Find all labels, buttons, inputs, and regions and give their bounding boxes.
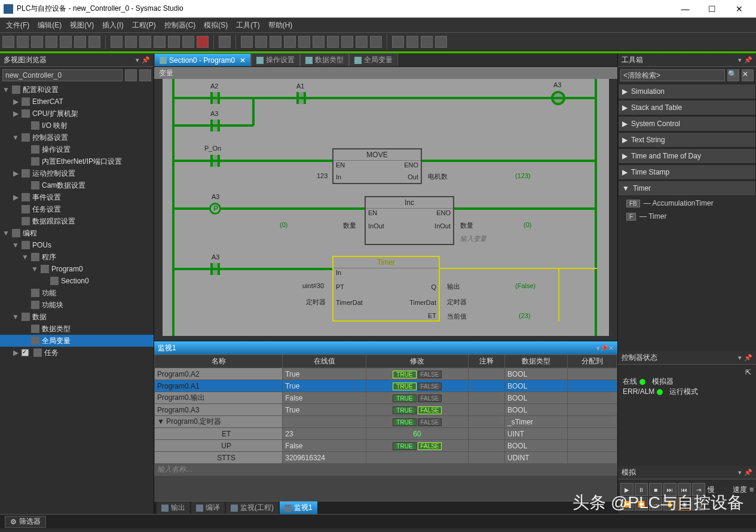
tool-icon[interactable] bbox=[284, 36, 296, 48]
pin-icon[interactable]: 📌 bbox=[744, 56, 752, 64]
tree-item[interactable]: 数据跟踪设置 bbox=[0, 215, 154, 227]
tree-item[interactable]: ▼控制器设置 bbox=[0, 132, 154, 143]
menu-item[interactable]: 文件(F) bbox=[2, 19, 33, 32]
stop-icon[interactable]: ■ bbox=[649, 483, 662, 496]
watch-table[interactable]: 名称在线值修改注释数据类型分配到Program0.A2TrueTRUEFALSE… bbox=[154, 354, 617, 476]
sim-btn[interactable]: ✋ bbox=[663, 497, 677, 510]
tool-icon[interactable] bbox=[241, 36, 253, 48]
tool-icon[interactable] bbox=[298, 36, 310, 48]
filter-button[interactable]: ⚙筛选器 bbox=[5, 516, 46, 528]
search-icon[interactable] bbox=[182, 36, 194, 48]
contact-a1[interactable] bbox=[296, 92, 306, 104]
pin-icon[interactable]: 📌 bbox=[744, 469, 752, 476]
toolbox-search[interactable] bbox=[620, 69, 725, 81]
undo-icon[interactable] bbox=[60, 36, 72, 48]
toolbox-category[interactable]: ▶Simulation bbox=[618, 84, 756, 99]
editor-tab[interactable]: Section0 - Program0✕ bbox=[154, 53, 251, 66]
sim-btn[interactable]: ◉ bbox=[678, 497, 691, 510]
watch-row[interactable]: UPFalseTRUEFALSEBOOL bbox=[155, 440, 617, 452]
dropdown-icon[interactable]: ▾ bbox=[738, 469, 742, 476]
menu-item[interactable]: 工程(P) bbox=[128, 19, 160, 32]
tree-item[interactable]: 任务设置 bbox=[0, 203, 154, 215]
close-icon[interactable]: ✕ bbox=[608, 344, 614, 352]
tool-icon[interactable] bbox=[154, 36, 166, 48]
toolbox-item[interactable]: F — Timer bbox=[618, 210, 756, 223]
menu-item[interactable]: 工具(T) bbox=[232, 19, 263, 32]
zoom-fit-icon[interactable] bbox=[392, 36, 404, 48]
menu-item[interactable]: 帮助(H) bbox=[265, 19, 296, 32]
toolbox-category[interactable]: ▼Timer bbox=[618, 181, 756, 196]
editor-tab[interactable]: 数据类型 bbox=[300, 53, 349, 66]
close-icon[interactable]: ✕ bbox=[240, 56, 246, 65]
controller-select[interactable] bbox=[2, 69, 123, 81]
fb-inc[interactable]: Inc EN ENO InOut InOut bbox=[365, 196, 454, 245]
watch-row[interactable]: Program0.输出FalseTRUEFALSEBOOL bbox=[155, 392, 617, 404]
tool-icon[interactable] bbox=[139, 36, 151, 48]
tree-item[interactable]: ▶任务 bbox=[0, 347, 154, 359]
search-icon[interactable]: 🔍 bbox=[727, 69, 739, 81]
expand-icon[interactable] bbox=[125, 69, 137, 81]
maximize-button[interactable]: ☐ bbox=[699, 4, 726, 14]
paste-icon[interactable] bbox=[31, 36, 43, 48]
dropdown-icon[interactable]: ▾ bbox=[738, 354, 742, 362]
watch-row[interactable]: Program0.A1TrueTRUEFALSEBOOL bbox=[155, 380, 617, 392]
speed-config-icon[interactable]: ≡ bbox=[749, 485, 754, 494]
contact-a3[interactable] bbox=[210, 120, 220, 132]
tool-icon[interactable] bbox=[219, 36, 231, 48]
sim-btn[interactable]: ⏪ bbox=[635, 497, 648, 510]
tool-icon[interactable] bbox=[313, 36, 325, 48]
toolbox-item[interactable]: FB — AccumulationTimer bbox=[618, 197, 756, 210]
tree-item[interactable]: ▼Program0 bbox=[0, 263, 154, 275]
editor-tab[interactable]: 全局变量 bbox=[349, 53, 398, 66]
contact-a2[interactable] bbox=[210, 92, 220, 104]
variable-band[interactable]: 变量 bbox=[154, 67, 617, 79]
tree-item[interactable]: Cam数据设置 bbox=[0, 179, 154, 191]
tree-item[interactable]: 数据类型 bbox=[0, 323, 154, 335]
tree-item[interactable]: ▼POUs bbox=[0, 239, 154, 251]
project-tree[interactable]: ▼配置和设置▶EtherCAT▶CPU/扩展机架I/O 映射▼控制器设置操作设置… bbox=[0, 84, 154, 514]
tool-icon[interactable] bbox=[255, 36, 267, 48]
watch-row[interactable]: Program0.A2TrueTRUEFALSEBOOL bbox=[155, 368, 617, 380]
tree-item[interactable]: 功能 bbox=[0, 287, 154, 299]
tree-item[interactable]: ▶EtherCAT bbox=[0, 96, 154, 108]
toolbox-category[interactable]: ▶Time Stamp bbox=[618, 164, 756, 180]
menu-item[interactable]: 控制器(C) bbox=[161, 19, 200, 32]
bottom-tab[interactable]: 监视1 bbox=[280, 502, 317, 514]
tree-item[interactable]: 功能块 bbox=[0, 299, 154, 311]
pin-icon[interactable]: 📌 bbox=[744, 354, 752, 362]
toolbox-category[interactable]: ▶Stack and Table bbox=[618, 100, 756, 115]
stop-icon[interactable] bbox=[197, 36, 209, 48]
pin-icon[interactable]: 📌 bbox=[600, 344, 608, 352]
bottom-tab[interactable]: 编译 bbox=[191, 502, 225, 514]
play-icon[interactable]: ▶ bbox=[620, 483, 633, 496]
tool-icon[interactable] bbox=[370, 36, 382, 48]
fb-move[interactable]: MOVE EN ENO In Out bbox=[332, 148, 422, 184]
dropdown-icon[interactable]: ▾ bbox=[738, 56, 742, 64]
step-icon[interactable]: ⇥ bbox=[692, 483, 705, 496]
toolbox-category[interactable]: ▶Time and Time of Day bbox=[618, 148, 756, 164]
watch-row[interactable]: ▼ Program0.定时器TRUEFALSE_sTimer bbox=[155, 416, 617, 428]
tool-icon[interactable] bbox=[125, 36, 137, 48]
tree-item[interactable]: ▼程序 bbox=[0, 251, 154, 263]
dropdown-icon[interactable]: ▾ bbox=[136, 56, 139, 64]
menu-item[interactable]: 编辑(E) bbox=[34, 19, 65, 32]
menu-item[interactable]: 插入(I) bbox=[99, 19, 127, 32]
minimize-button[interactable]: — bbox=[672, 4, 699, 14]
step-icon[interactable]: ⏭ bbox=[663, 483, 677, 496]
pause-icon[interactable]: ⏸ bbox=[635, 483, 648, 496]
bottom-tab[interactable]: 输出 bbox=[157, 502, 190, 514]
bottom-tab[interactable]: 监视(工程) bbox=[226, 502, 278, 514]
editor-tab[interactable]: 操作设置 bbox=[251, 53, 300, 66]
step-icon[interactable]: ⏮ bbox=[678, 483, 691, 496]
save-icon[interactable] bbox=[88, 36, 100, 48]
toolbox-category[interactable]: ▶Text String bbox=[618, 132, 756, 148]
tree-item[interactable]: 全局变量 bbox=[0, 335, 154, 347]
tree-item[interactable]: ▶CPU/扩展机架 bbox=[0, 108, 154, 120]
menu-item[interactable]: 模拟(S) bbox=[200, 19, 231, 32]
copy-icon[interactable] bbox=[17, 36, 29, 48]
tool-icon[interactable] bbox=[327, 36, 339, 48]
tree-item[interactable]: Section0 bbox=[0, 275, 154, 287]
watch-row[interactable]: ET2360UINT bbox=[155, 428, 617, 440]
delete-icon[interactable] bbox=[45, 36, 57, 48]
sim-btn[interactable]: ◯ bbox=[692, 497, 705, 510]
